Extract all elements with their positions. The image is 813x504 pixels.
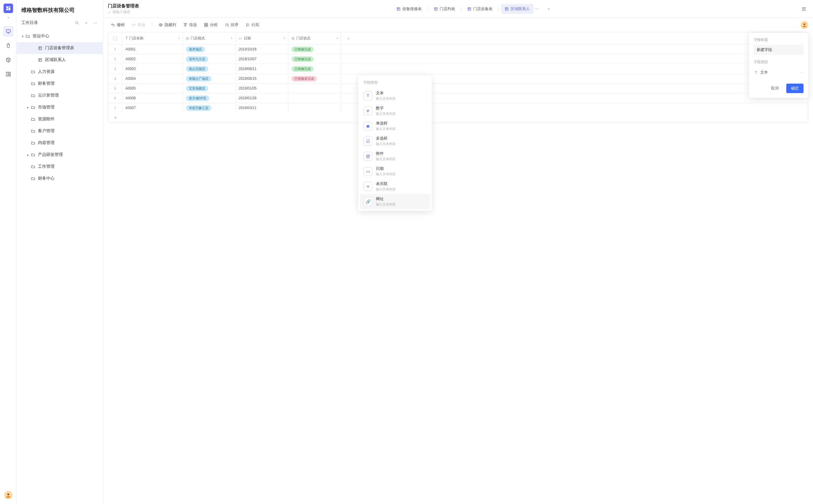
cell[interactable]: 2019/06/15 bbox=[236, 74, 288, 83]
column-header[interactable]: ▭日期▾ bbox=[236, 32, 288, 44]
tree-node-root[interactable]: ▾ 营运中心 bbox=[17, 30, 103, 42]
tree-node[interactable]: ▸工作管理 bbox=[17, 161, 103, 173]
column-header[interactable]: ◎门店模式▾ bbox=[183, 32, 236, 44]
row-index[interactable]: 4 bbox=[108, 74, 122, 83]
tree-node[interactable]: ▸资源附件 bbox=[17, 113, 103, 125]
tree-node[interactable]: ▸人力资源 bbox=[17, 66, 103, 78]
rowheight-button[interactable]: 行高 bbox=[243, 20, 262, 29]
toolbar-avatar[interactable] bbox=[801, 21, 808, 29]
tree-node[interactable]: ▸财务管理 bbox=[17, 78, 103, 90]
chevron-down-icon[interactable]: ⌄ bbox=[7, 15, 10, 19]
tree-node[interactable]: ▸产品研发管理 bbox=[17, 149, 103, 161]
chevron-down-icon[interactable]: ▾ bbox=[231, 37, 232, 40]
field-type-option[interactable]: @附件输入文本内容 bbox=[360, 149, 430, 164]
chevron-down-icon[interactable]: ▾ bbox=[337, 37, 338, 40]
row-index[interactable]: 6 bbox=[108, 93, 122, 103]
more-icon[interactable]: ⋯ bbox=[92, 20, 98, 26]
rail-cube-icon[interactable] bbox=[3, 55, 14, 65]
filter-button[interactable]: 筛选 bbox=[180, 20, 200, 29]
hide-columns-button[interactable]: 隐藏列 bbox=[156, 20, 179, 29]
cell[interactable]: 2019/03/11 bbox=[236, 103, 288, 113]
cell[interactable] bbox=[288, 93, 341, 103]
table-row[interactable]: 5A0005宝安海雅店2019/01/05 bbox=[108, 84, 808, 93]
row-index[interactable]: 7 bbox=[108, 103, 122, 113]
column-header[interactable]: ◎门店状态▾ bbox=[288, 32, 341, 44]
cell[interactable]: 布吉万象汇店 bbox=[183, 103, 236, 113]
row-index[interactable]: 2 bbox=[108, 54, 122, 64]
rail-avatar[interactable] bbox=[4, 491, 12, 499]
add-view-button[interactable]: ＋ bbox=[544, 5, 553, 13]
tree-node[interactable]: ▸门店设备管理表 bbox=[17, 42, 103, 54]
cell[interactable]: A0001 bbox=[122, 44, 183, 54]
cell[interactable]: A0003 bbox=[122, 64, 183, 74]
cell[interactable]: 2019/01/26 bbox=[236, 93, 288, 103]
table-row[interactable]: 4A0004来福士广场店2019/06/15已维修未完成 bbox=[108, 74, 808, 84]
cell[interactable]: 已维修未完成 bbox=[288, 74, 341, 83]
cell[interactable]: A0002 bbox=[122, 54, 183, 64]
rail-workspace-icon[interactable] bbox=[3, 26, 14, 37]
field-type-option[interactable]: #数字输入文本内容 bbox=[360, 103, 430, 118]
views-more-icon[interactable]: ⋯ bbox=[533, 5, 541, 13]
field-type-option[interactable]: ☑多选框输入文本内容 bbox=[360, 133, 430, 149]
field-type-option[interactable]: ≡表关联输入文本内容 bbox=[360, 179, 430, 194]
field-type-option[interactable]: ▭日期输入文本内容 bbox=[360, 164, 430, 179]
cell[interactable]: 南山宝能店 bbox=[183, 64, 236, 74]
table-row[interactable]: 1A0001海岸城店2019/10/16已维修完成 bbox=[108, 44, 808, 54]
view-tab[interactable]: 设备报修表 bbox=[393, 4, 425, 14]
tree-node[interactable]: ▸财务中心 bbox=[17, 173, 103, 184]
add-node-icon[interactable]: ＋ bbox=[83, 20, 89, 26]
chevron-down-icon[interactable]: ▾ bbox=[284, 37, 285, 40]
tree-node[interactable]: ▸客户管理 bbox=[17, 125, 103, 137]
tree-node[interactable]: ▸市场管理 bbox=[17, 101, 103, 113]
cell[interactable]: 龙华九方店 bbox=[183, 54, 236, 64]
column-header[interactable]: T门店名称▾ bbox=[122, 32, 183, 44]
cancel-button[interactable]: 取消 bbox=[766, 84, 783, 93]
group-button[interactable]: 分组 bbox=[201, 20, 221, 29]
cell[interactable]: A0006 bbox=[122, 93, 183, 103]
row-index[interactable]: 1 bbox=[108, 44, 122, 54]
tree-node[interactable]: ▸内容管理 bbox=[17, 137, 103, 149]
table-row[interactable]: 3A0003南山宝能店2019/06/11已维修完成 bbox=[108, 64, 808, 74]
cell[interactable] bbox=[288, 103, 341, 113]
cell[interactable]: 已维修完成 bbox=[288, 44, 341, 54]
field-title-input[interactable] bbox=[754, 45, 804, 55]
view-tab[interactable]: 门店列表 bbox=[430, 4, 459, 14]
cell[interactable]: 2019/10/07 bbox=[236, 54, 288, 64]
table-row[interactable]: 7A0007布吉万象汇店2019/03/11 bbox=[108, 103, 808, 113]
field-type-option[interactable]: ◉单选框输入文本内容 bbox=[360, 118, 430, 133]
field-type-option[interactable]: T文本输入文本内容 bbox=[360, 88, 430, 103]
cell[interactable]: A0005 bbox=[122, 84, 183, 93]
row-index[interactable]: 5 bbox=[108, 84, 122, 93]
chevron-down-icon[interactable]: ▾ bbox=[178, 37, 180, 40]
cell[interactable] bbox=[288, 84, 341, 93]
table-row[interactable]: 2A0002龙华九方店2019/10/07已维修完成 bbox=[108, 54, 808, 64]
field-type-option[interactable]: 🔗网址输入文本内容 bbox=[360, 194, 430, 209]
view-tab[interactable]: 区域联系人 bbox=[501, 4, 533, 14]
tree-node[interactable]: ▸云计算管理 bbox=[17, 90, 103, 101]
cell[interactable]: 2019/06/11 bbox=[236, 64, 288, 74]
row-index[interactable]: 3 bbox=[108, 64, 122, 74]
tree-node[interactable]: ▸区域联系人 bbox=[17, 54, 103, 66]
add-row-button[interactable]: ＋ bbox=[108, 113, 808, 123]
view-tab[interactable]: 门店设备表 bbox=[464, 4, 496, 14]
table-row[interactable]: 6A0006壹方城DP店2019/01/26 bbox=[108, 93, 808, 103]
cell[interactable]: 来福士广场店 bbox=[183, 74, 236, 83]
field-type-select[interactable]: T 文本 › bbox=[754, 67, 804, 78]
cell[interactable]: A0004 bbox=[122, 74, 183, 83]
cell[interactable]: 已维修完成 bbox=[288, 64, 341, 74]
cell[interactable]: 壹方城DP店 bbox=[183, 93, 236, 103]
add-column-button[interactable]: ＋ bbox=[341, 32, 356, 44]
rail-mouse-icon[interactable] bbox=[3, 40, 14, 51]
search-icon[interactable] bbox=[74, 20, 80, 26]
ok-button[interactable]: 确定 bbox=[786, 84, 804, 93]
sort-button[interactable]: 排序 bbox=[222, 20, 241, 29]
select-all-checkbox[interactable] bbox=[108, 32, 122, 44]
cell[interactable]: 2019/10/16 bbox=[236, 44, 288, 54]
logo[interactable] bbox=[4, 4, 13, 13]
cell[interactable]: 海岸城店 bbox=[183, 44, 236, 54]
menu-icon[interactable] bbox=[799, 4, 808, 13]
page-desc[interactable]: 请输入描述 bbox=[108, 9, 139, 15]
cell[interactable]: 已维修完成 bbox=[288, 54, 341, 64]
cell[interactable]: 2019/01/05 bbox=[236, 84, 288, 93]
cell[interactable]: A0007 bbox=[122, 103, 183, 113]
